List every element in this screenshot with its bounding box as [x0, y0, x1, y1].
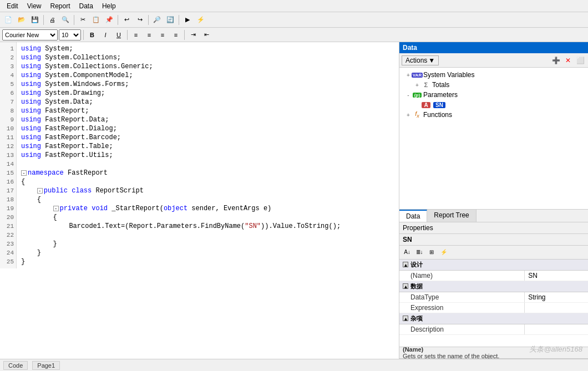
tree-item-parameters[interactable]: - {p} Parameters: [402, 90, 586, 100]
menu-data[interactable]: Data: [75, 1, 98, 11]
tree-label-functions: Functions: [423, 111, 452, 119]
props-value-description[interactable]: [525, 324, 588, 334]
code-line: -namespace FastReport: [21, 169, 394, 177]
props-grid-btn[interactable]: ⊞: [426, 247, 437, 258]
toolbar-main: 📄 📂 💾 🖨 🔍 ✂ 📋 📌 ↩ ↪ 🔎 🔄 ▶ ⚡: [0, 12, 588, 28]
props-label-datatype: DataType: [399, 292, 525, 302]
tree-item-totals[interactable]: + Σ Totals: [402, 80, 586, 90]
props-selected-name: SN: [399, 234, 588, 246]
props-row-name: (Name) SN: [399, 270, 588, 281]
func-icon: fx: [413, 111, 422, 119]
section-collapse-design[interactable]: ▴: [403, 262, 408, 267]
underline-btn[interactable]: U: [113, 29, 125, 41]
redo-btn[interactable]: ↪: [134, 14, 146, 26]
tree-expand-funcs[interactable]: +: [404, 110, 413, 119]
collapse-marker[interactable]: -: [53, 206, 59, 211]
actions-label: Actions: [405, 57, 427, 64]
code-content[interactable]: using System; using System.Collections; …: [17, 42, 399, 268]
expand-btn[interactable]: ⬜: [575, 55, 586, 66]
italic-btn[interactable]: I: [99, 29, 111, 41]
font-size-select[interactable]: 10: [59, 29, 81, 40]
code-line: using System.Data;: [21, 98, 394, 106]
props-header: Properties: [399, 222, 588, 234]
menu-view[interactable]: View: [23, 1, 46, 11]
align-left-btn[interactable]: ≡: [130, 29, 142, 41]
code-line: using System.Collections.Generic;: [21, 62, 394, 71]
align-right-btn[interactable]: ≡: [156, 29, 169, 41]
collapse-marker[interactable]: -: [37, 188, 43, 194]
code-line: using FastReport.Utils;: [21, 151, 394, 160]
data-panel-title: Data: [403, 44, 417, 52]
paste-btn[interactable]: 📌: [103, 14, 115, 26]
tree-item-sn[interactable]: A SN: [402, 100, 586, 110]
props-value-name[interactable]: SN: [525, 270, 588, 281]
tree-item-functions[interactable]: + fx Functions: [402, 110, 586, 120]
props-value-datatype[interactable]: String: [525, 292, 588, 302]
tab-page1[interactable]: Page1: [32, 361, 60, 370]
tab-report-tree[interactable]: Report Tree: [427, 210, 476, 222]
menu-report[interactable]: Report: [45, 1, 74, 11]
code-line: using System.ComponentModel;: [21, 71, 394, 80]
menu-help[interactable]: Help: [98, 1, 120, 11]
menu-edit[interactable]: Edit: [2, 1, 23, 11]
props-section-misc: ▴杂项: [399, 313, 588, 324]
code-line: [21, 160, 394, 169]
props-row-description: Description: [399, 324, 588, 334]
code-line: using System;: [21, 44, 394, 53]
bold-btn[interactable]: B: [86, 29, 98, 41]
run-btn[interactable]: ▶: [181, 14, 194, 26]
data-tree: + VAR System Variables + Σ Totals - {p} …: [399, 68, 588, 209]
new-btn[interactable]: 📄: [2, 14, 14, 26]
var-icon: VAR: [413, 71, 422, 79]
props-row-expression: Expression: [399, 302, 588, 313]
data-panel-header: Data: [399, 42, 588, 53]
align-center-btn[interactable]: ≡: [143, 29, 155, 41]
save-btn[interactable]: 💾: [29, 14, 41, 26]
props-sort-az-btn[interactable]: A↓: [402, 247, 413, 258]
props-row-datatype: DataType String: [399, 292, 588, 302]
copy-btn[interactable]: 📋: [90, 14, 102, 26]
outdent-btn[interactable]: ⇤: [200, 29, 212, 41]
collapse-marker[interactable]: -: [21, 170, 27, 176]
props-value-expression[interactable]: [525, 302, 588, 313]
props-section-design: ▴设计: [399, 260, 588, 271]
section-collapse-misc[interactable]: ▴: [403, 316, 408, 321]
menu-bar: Edit View Report Data Help: [0, 0, 588, 12]
actions-button[interactable]: Actions ▼: [402, 55, 439, 65]
undo-btn[interactable]: ↩: [120, 14, 133, 26]
tree-label-sys-vars: System Variables: [423, 71, 474, 79]
props-selected-value: SN: [403, 236, 412, 243]
props-events-btn[interactable]: ⚡: [438, 247, 449, 258]
props-label-expression: Expression: [399, 302, 525, 313]
main-layout: 1 2 3 4 5 6 7 8 9 10 11 12 13 14 15 16 1…: [0, 42, 588, 359]
debug-btn[interactable]: ⚡: [195, 14, 207, 26]
props-bottom-bar: (Name) Gets or sets the name of the obje…: [399, 347, 588, 359]
tree-label-totals: Totals: [432, 81, 449, 89]
code-line: using FastReport.Dialog;: [21, 124, 394, 133]
open-btn[interactable]: 📂: [16, 14, 28, 26]
code-line: {: [21, 177, 394, 186]
tree-expand-params[interactable]: -: [404, 90, 413, 99]
tab-data[interactable]: Data: [399, 210, 427, 222]
print-btn[interactable]: 🖨: [46, 14, 58, 26]
tab-data-label: Data: [406, 212, 420, 220]
props-title: Properties: [403, 224, 433, 232]
add-item-btn[interactable]: ➕: [550, 55, 561, 66]
tree-expand-totals[interactable]: +: [413, 80, 422, 89]
code-line: -public class ReportScript: [21, 186, 394, 195]
align-justify-btn[interactable]: ≡: [170, 29, 182, 41]
code-editor[interactable]: 1 2 3 4 5 6 7 8 9 10 11 12 13 14 15 16 1…: [0, 42, 399, 359]
replace-btn[interactable]: 🔄: [164, 14, 176, 26]
font-family-select[interactable]: Courier New: [2, 29, 58, 40]
indent-btn[interactable]: ⇥: [187, 29, 199, 41]
section-collapse-data[interactable]: ▴: [403, 283, 408, 289]
code-line: using System.Collections;: [21, 53, 394, 62]
find-btn[interactable]: 🔎: [151, 14, 163, 26]
props-sort-category-btn[interactable]: ≣↓: [414, 247, 425, 258]
delete-item-btn[interactable]: ✕: [562, 55, 574, 66]
code-line: using FastReport.Barcode;: [21, 133, 394, 142]
preview-btn[interactable]: 🔍: [59, 14, 72, 26]
tab-code[interactable]: Code: [3, 361, 28, 370]
tree-item-system-variables[interactable]: + VAR System Variables: [402, 70, 586, 80]
cut-btn[interactable]: ✂: [77, 14, 89, 26]
